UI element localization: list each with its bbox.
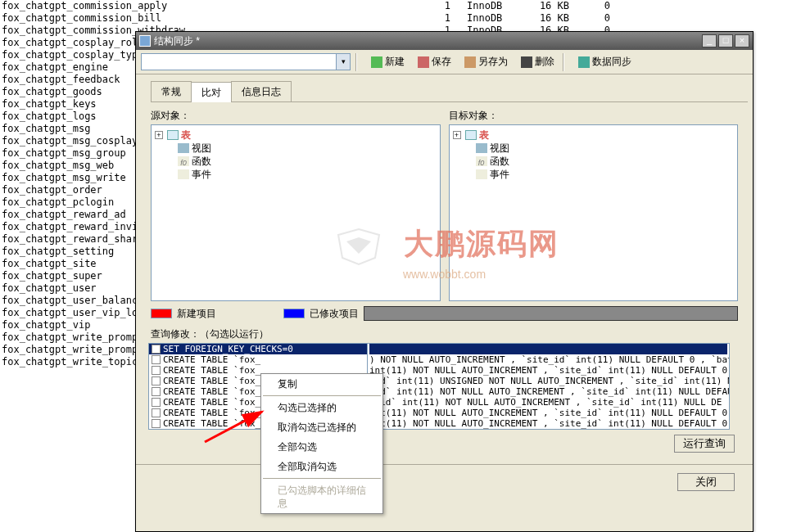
- tab-compare[interactable]: 比对: [191, 82, 232, 102]
- checkbox[interactable]: [152, 387, 161, 396]
- checkbox[interactable]: [152, 419, 161, 428]
- sql-row[interactable]: CREATE TABLE `fox_: [149, 354, 367, 365]
- target-tree[interactable]: +表 视图 f0函数 事件: [449, 124, 739, 301]
- profile-dropdown[interactable]: ▾: [141, 53, 351, 70]
- legend-mod-swatch: [283, 309, 305, 318]
- sql-detail-row: ) NOT NULL AUTO_INCREMENT , `site_id` in…: [369, 354, 727, 365]
- checkbox[interactable]: [152, 398, 161, 407]
- menu-check-all[interactable]: 全部勾选: [261, 437, 382, 457]
- target-label: 目标对象：: [449, 109, 739, 123]
- sql-detail-row: int(11) NOT NULL AUTO_INCREMENT , `site_…: [369, 365, 727, 376]
- menu-check-selected[interactable]: 勾选已选择的: [261, 398, 382, 417]
- delete-button[interactable]: 删除: [518, 53, 558, 71]
- sql-list-right[interactable]: ) NOT NULL AUTO_INCREMENT , `site_id` in…: [368, 343, 730, 430]
- tabs: 常规 比对 信息日志: [151, 81, 748, 102]
- checkbox[interactable]: [152, 408, 161, 417]
- context-menu: 复制 勾选已选择的 取消勾选已选择的 全部勾选 全部取消勾选 已勾选脚本的详细信…: [260, 373, 383, 514]
- query-label: 查询修改：（勾选以运行）: [136, 326, 753, 343]
- minimize-button[interactable]: _: [702, 34, 717, 47]
- dialog-close-button[interactable]: 关闭: [677, 473, 735, 491]
- datasync-button[interactable]: 数据同步: [575, 53, 635, 71]
- saveas-icon: [464, 56, 476, 68]
- maximize-button[interactable]: □: [718, 34, 733, 47]
- event-icon: [178, 169, 189, 179]
- run-query-button[interactable]: 运行查询: [674, 435, 735, 453]
- menu-detail: 已勾选脚本的详细信息: [261, 480, 382, 513]
- table-icon: [465, 130, 477, 140]
- saveas-button[interactable]: 另存为: [461, 53, 511, 71]
- menu-uncheck-selected[interactable]: 取消勾选已选择的: [261, 417, 382, 437]
- toolbar: ▾ 新建 保存 另存为 删除 数据同步: [136, 50, 753, 74]
- expand-icon[interactable]: +: [453, 131, 461, 139]
- trash-icon: [521, 56, 532, 68]
- sql-detail-row: (`id` int(11) NOT NULL AUTO_INCREMENT , …: [369, 397, 727, 408]
- legend-spacer: [364, 306, 738, 321]
- app-icon: [139, 35, 151, 47]
- sql-detail-row: int(11) NOT NULL AUTO_INCREMENT , `site_…: [369, 408, 727, 418]
- sql-detail-row: [369, 344, 727, 354]
- tab-log[interactable]: 信息日志: [231, 81, 292, 101]
- sql-detail-row: `id` int(11) UNSIGNED NOT NULL AUTO_INCR…: [369, 376, 727, 386]
- new-icon: [371, 56, 382, 68]
- checkbox[interactable]: [152, 376, 161, 385]
- source-tree[interactable]: +表 视图 f0函数 事件: [151, 124, 441, 301]
- titlebar[interactable]: 结构同步 * _ □ ×: [136, 32, 753, 50]
- function-icon: f0: [178, 156, 189, 166]
- new-button[interactable]: 新建: [368, 53, 408, 71]
- legend: 新建项目 已修改项目: [136, 304, 753, 326]
- legend-new-swatch: [151, 309, 172, 318]
- event-icon: [476, 169, 487, 179]
- chevron-down-icon: ▾: [336, 54, 350, 70]
- table-row[interactable]: fox_chatgpt_commission_apply1InnoDB16 KB…: [0, 0, 792, 12]
- menu-copy[interactable]: 复制: [261, 374, 382, 394]
- checkbox[interactable]: [152, 345, 161, 354]
- sql-detail-row: int(11) NOT NULL AUTO_INCREMENT , `site_…: [369, 418, 727, 429]
- query-area: SET FOREIGN_KEY_CHECKS=0CREATE TABLE `fo…: [148, 343, 740, 430]
- table-row[interactable]: fox_chatgpt_commission_bill1InnoDB16 KB0: [0, 12, 792, 25]
- save-icon: [418, 56, 429, 68]
- checkbox[interactable]: [152, 355, 161, 364]
- dialog-title: 结构同步 *: [154, 34, 702, 48]
- tab-general[interactable]: 常规: [151, 81, 192, 101]
- menu-uncheck-all[interactable]: 全部取消勾选: [261, 457, 382, 476]
- source-label: 源对象：: [151, 109, 441, 123]
- expand-icon[interactable]: +: [155, 131, 163, 139]
- view-icon: [178, 143, 189, 153]
- function-icon: f0: [476, 156, 487, 166]
- sync-dialog: 结构同步 * _ □ × ▾ 新建 保存 另存为 删除 数据同步 常规 比对 信…: [135, 31, 754, 532]
- sync-icon: [578, 56, 590, 68]
- save-button[interactable]: 保存: [414, 53, 455, 71]
- sql-detail-row: `id` int(11) NOT NULL AUTO_INCREMENT , `…: [369, 386, 727, 397]
- view-icon: [476, 143, 487, 153]
- sql-row[interactable]: SET FOREIGN_KEY_CHECKS=0: [149, 344, 367, 354]
- table-icon: [167, 130, 179, 140]
- checkbox[interactable]: [152, 366, 161, 375]
- close-button[interactable]: ×: [735, 34, 749, 47]
